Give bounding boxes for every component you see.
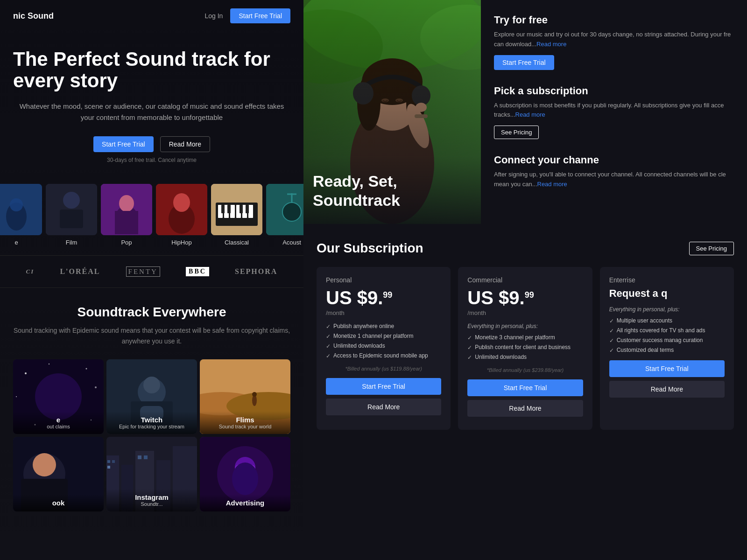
see-pricing-button-main[interactable]: See Pricing <box>689 242 734 255</box>
svg-rect-21 <box>221 205 225 213</box>
pricing-readmore-personal[interactable]: Read More <box>326 399 441 415</box>
pricing-grid: Personal US $9.99 /month Publish anywher… <box>317 267 734 430</box>
feature-pick-subscription-desc: A subscription is most benefits if you p… <box>494 101 734 120</box>
navbar: nic Sound Log In Start Free Trial <box>0 0 303 32</box>
subscription-section: Our Subscription See Pricing Personal US… <box>303 224 747 447</box>
login-button[interactable]: Log In <box>204 12 223 20</box>
usecase-card-twitch[interactable]: Twitch Epic for tracking your stream <box>106 359 197 434</box>
pricing-price-main-personal: US $9. <box>326 287 383 308</box>
soundtrack-title: Soundtrack Everywhere <box>13 305 290 320</box>
nav-cta-button[interactable]: Start Free Trial <box>230 8 290 23</box>
pricing-desc-enterprise: Everything in personal, plus: <box>609 306 725 313</box>
pricing-features-commercial: Monetize 3 channel per platform Publish … <box>467 334 583 361</box>
svg-rect-24 <box>246 205 249 213</box>
brand-bbc: BBC <box>186 267 209 276</box>
hero-primary-button[interactable]: Start Free Trial <box>93 136 154 152</box>
pricing-features-personal: Publish anywhere online Monetize 1 chann… <box>326 323 441 359</box>
nav-actions: Log In Start Free Trial <box>204 8 290 23</box>
pricing-feature-personal-3: Access to Epidemic sound mobile app <box>326 352 441 359</box>
pricing-feature-commercial-2: Unlimited downloads <box>467 354 583 361</box>
feature-pick-subscription: Pick a subscription A subscription is mo… <box>494 85 734 140</box>
svg-rect-60 <box>112 460 115 463</box>
hero-subtitle: Whatever the mood, scene or audience, ou… <box>13 101 290 123</box>
pricing-period-commercial: /month <box>467 309 583 316</box>
pricing-cta-enterprise[interactable]: Start Free Trial <box>609 360 725 377</box>
pricing-card-personal: Personal US $9.99 /month Publish anywher… <box>317 267 451 430</box>
usecase-overlay-films: Flims Sound track your world <box>200 411 290 434</box>
hero-photo-overlay: Ready, Set,Soundtrack <box>313 172 400 210</box>
pricing-feature-personal-1: Monetize 1 channel per platform <box>326 333 441 340</box>
svg-point-68 <box>232 462 258 495</box>
pricing-tier-enterprise: Enterrise <box>609 276 725 284</box>
pricing-card-commercial: Commercial US $9.99 /month Everything in… <box>458 267 592 430</box>
usecase-card-instagram[interactable]: Instagram Soundtr... <box>106 437 197 511</box>
svg-point-4 <box>63 192 80 209</box>
svg-point-8 <box>119 195 134 212</box>
genre-label-pop: Pop <box>101 239 152 246</box>
feature-pick-subscription-title: Pick a subscription <box>494 85 734 97</box>
right-panel: Ready, Set,Soundtrack Try for free Explo… <box>303 0 747 560</box>
feature-pick-subscription-readmore[interactable]: Read more <box>515 111 545 118</box>
genre-card-film[interactable]: Film <box>46 184 97 246</box>
brand-sephora: SEPHORA <box>235 267 277 276</box>
genre-section: e Film <box>0 173 303 255</box>
pricing-period-personal: /month <box>326 309 441 316</box>
brands-section: CI L'ORÉAL FENTY BBC SEPHORA <box>0 255 303 288</box>
feature-try-free-cta[interactable]: Start Free Trial <box>494 55 554 70</box>
genre-card-0[interactable]: e <box>0 184 42 246</box>
pricing-tier-personal: Personal <box>326 276 441 284</box>
genre-card-pop[interactable]: Pop <box>101 184 152 246</box>
pricing-price-main-commercial: US $9. <box>467 287 524 308</box>
pricing-readmore-enterprise[interactable]: Read More <box>609 381 725 398</box>
usecase-card-films[interactable]: Flims Sound track your world <box>200 359 290 434</box>
pricing-feature-commercial-0: Monetize 3 channel per platform <box>467 334 583 341</box>
usecase-name-book: ook <box>19 499 98 507</box>
pricing-note-commercial: *Billed annually (us $239.88/year) <box>467 367 583 373</box>
svg-point-51 <box>33 453 56 476</box>
feature-connect-channel-readmore[interactable]: Read more <box>537 181 567 188</box>
hero-title: The Perfect Sound track for every story <box>13 49 290 91</box>
svg-rect-22 <box>227 205 231 213</box>
genre-card-hiphop[interactable]: HipHop <box>156 184 207 246</box>
usecase-name-twitch: Twitch <box>112 416 191 424</box>
genre-label-hiphop: HipHop <box>156 239 207 246</box>
see-pricing-button-top[interactable]: See Pricing <box>494 126 539 139</box>
hero-photo: Ready, Set,Soundtrack <box>303 0 481 224</box>
feature-try-free-desc: Explore our music and try oi out for 30 … <box>494 30 734 49</box>
usecase-card-advertising[interactable]: Advertising <box>200 437 290 511</box>
genre-label-0: e <box>0 239 42 246</box>
feature-try-free: Try for free Explore our music and try o… <box>494 14 734 70</box>
usecase-name-films: Flims <box>205 416 285 424</box>
genre-label-film: Film <box>46 239 97 246</box>
usecase-desc-twitch: Epic for tracking your stream <box>112 424 191 429</box>
left-panel: nic Sound Log In Start Free Trial The Pe… <box>0 0 303 560</box>
pricing-readmore-commercial[interactable]: Read More <box>467 400 583 417</box>
hero-secondary-button[interactable]: Read More <box>160 136 210 152</box>
genre-card-classical[interactable]: Classical <box>211 184 262 246</box>
svg-rect-62 <box>138 455 141 459</box>
hero-buttons: Start Free Trial Read More <box>13 136 290 152</box>
pricing-cta-personal[interactable]: Start Free Trial <box>326 378 441 395</box>
svg-point-32 <box>86 368 87 370</box>
svg-rect-23 <box>240 205 243 213</box>
feature-connect-channel: Connect your channe After signing up, yo… <box>494 154 734 195</box>
usecase-card-e[interactable]: e out claims <box>13 359 104 434</box>
usecase-overlay-twitch: Twitch Epic for tracking your stream <box>106 411 197 434</box>
svg-rect-61 <box>107 466 110 469</box>
genre-label-acoust: Acoust <box>266 239 303 246</box>
soundtrack-subtitle: Sound tracking with Epidemic sound means… <box>13 325 290 346</box>
genre-card-acoust[interactable]: Acoust <box>266 184 303 246</box>
pricing-cta-commercial[interactable]: Start Free Trial <box>467 379 583 396</box>
logo: nic Sound <box>13 11 54 21</box>
feature-try-free-readmore[interactable]: Read more <box>536 41 566 48</box>
usecase-overlay-instagram: Instagram Soundtr... <box>106 489 197 511</box>
usecase-card-book[interactable]: ook <box>13 437 104 511</box>
pricing-feature-commercial-1: Publish content for client and business <box>467 344 583 351</box>
hero-section: The Perfect Sound track for every story … <box>0 32 303 173</box>
pricing-feature-enterprise-1: All rights covered for TV sh and ads <box>609 327 725 334</box>
pricing-note-personal: *Billed annually (us $119.88/year) <box>326 366 441 371</box>
svg-point-12 <box>173 193 190 212</box>
pricing-price-personal: US $9.99 <box>326 287 441 308</box>
svg-point-48 <box>252 392 257 397</box>
brand-loreal: L'ORÉAL <box>60 267 100 276</box>
